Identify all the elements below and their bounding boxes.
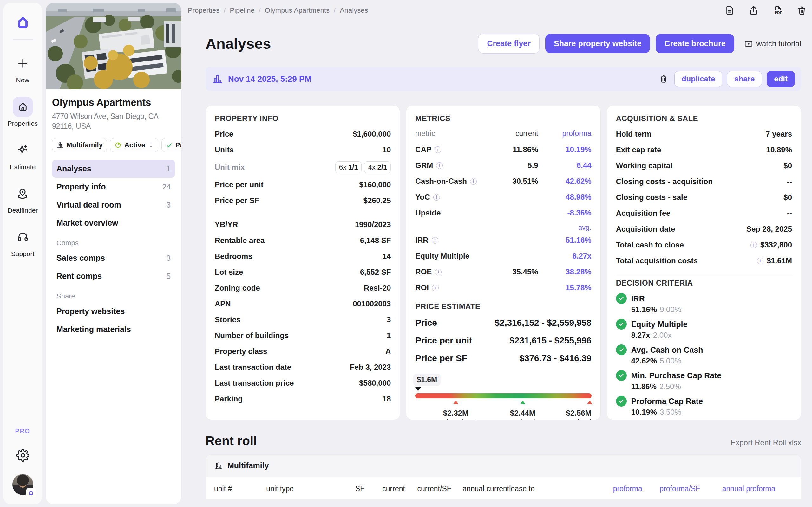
price-gauge: $1.6M $2.32M underpriced bbox=[415, 393, 591, 420]
info-icon[interactable] bbox=[432, 237, 438, 244]
type-badge: Multifamily bbox=[52, 138, 107, 152]
info-icon[interactable] bbox=[757, 258, 763, 264]
metric-row: Equity Multiple 8.27x bbox=[415, 248, 591, 264]
settings-gear-icon[interactable] bbox=[16, 449, 30, 462]
share-button[interactable]: share bbox=[727, 71, 762, 87]
export-rent-roll-link[interactable]: Export Rent Roll xlsx bbox=[730, 438, 801, 447]
building-icon bbox=[214, 461, 223, 470]
duplicate-button[interactable]: duplicate bbox=[674, 71, 722, 87]
info-icon[interactable] bbox=[435, 269, 442, 275]
info-icon[interactable] bbox=[432, 285, 439, 291]
price-estimate-row: Price per unit $231,615 - $255,996 bbox=[415, 332, 591, 349]
price-estimate-row: Price per SF $376.73 - $416.39 bbox=[415, 349, 591, 367]
property-info-row: Stories 3 bbox=[215, 312, 391, 328]
divider bbox=[616, 274, 792, 274]
price-marker-label: $2.32M underpriced bbox=[436, 409, 476, 420]
price-estimate-title: PRICE ESTIMATE bbox=[415, 302, 591, 311]
criteria-item: Avg. Cash on Cash 42.62%5.00% bbox=[616, 344, 792, 365]
property-info-row: YB/YR 1990/2023 bbox=[215, 217, 391, 233]
sidebar-menu-item[interactable]: Marketing materials bbox=[52, 320, 175, 338]
map-pin-icon bbox=[12, 183, 33, 204]
chart-icon bbox=[212, 73, 223, 84]
property-photo bbox=[46, 3, 182, 89]
user-avatar[interactable] bbox=[12, 474, 33, 495]
property-sidebar: Olympus Apartments 4770 Wilson Ave, San … bbox=[45, 3, 182, 504]
edit-button[interactable]: edit bbox=[767, 71, 795, 87]
rail-item-support[interactable]: Support bbox=[11, 227, 35, 258]
export-icon[interactable] bbox=[748, 5, 759, 16]
svg-text:PDF: PDF bbox=[775, 11, 782, 14]
main-content: PropertiesPipelineOlympus ApartmentsAnal… bbox=[188, 0, 807, 507]
headset-icon bbox=[13, 227, 33, 247]
unit-mix-pill: 4x2/1 bbox=[364, 161, 391, 173]
column-header: annual current bbox=[451, 485, 509, 493]
metric-row: IRR 51.16% bbox=[415, 232, 591, 248]
metric-row: Cash-on-Cash 30.51% 42.62% bbox=[415, 173, 591, 189]
info-icon[interactable] bbox=[470, 178, 477, 185]
price-estimate-row: Price $2,316,152 - $2,559,958 bbox=[415, 314, 591, 332]
page-title: Analyses bbox=[206, 35, 271, 52]
acquisition-row: Acquisition date Sep 28, 2025 bbox=[616, 221, 792, 237]
document-icon[interactable] bbox=[724, 5, 735, 16]
breadcrumb-item[interactable]: Pipeline bbox=[230, 6, 264, 14]
rail-item-properties[interactable]: Properties bbox=[8, 97, 38, 127]
acquisition-row: Exit cap rate 10.89% bbox=[616, 142, 792, 158]
info-icon[interactable] bbox=[435, 147, 441, 153]
acquisition-row: Total cash to close $332,800 bbox=[616, 237, 792, 253]
acquisition-row: Hold term 7 years bbox=[616, 126, 792, 142]
rail-item-new[interactable]: New bbox=[13, 53, 33, 84]
check-circle-icon bbox=[616, 293, 627, 304]
info-icon[interactable] bbox=[436, 162, 443, 169]
criteria-item: Proforma Cap Rate 10.19%3.50% bbox=[616, 396, 792, 417]
property-info-row: Last transaction date Feb 3, 2023 bbox=[215, 359, 391, 375]
acquisition-title: ACQUISITION & SALE bbox=[616, 114, 792, 123]
analysis-row[interactable]: Nov 14 2025, 5:29 PM duplicate share edi… bbox=[206, 67, 801, 91]
sidebar-menu-item[interactable]: Market overview bbox=[52, 214, 175, 232]
info-icon[interactable] bbox=[433, 194, 440, 201]
sidebar-menu-item[interactable]: Analyses1 bbox=[52, 160, 175, 178]
unit-mix-pill: 6x1/1 bbox=[335, 161, 362, 173]
sidebar-menu-item[interactable]: Property info24 bbox=[52, 178, 175, 196]
chevron-updown-icon bbox=[148, 142, 154, 148]
delete-analysis-icon[interactable] bbox=[659, 74, 668, 83]
rail-divider bbox=[13, 39, 33, 40]
criteria-item: IRR 51.16%9.00% bbox=[616, 293, 792, 314]
column-header: proforma bbox=[567, 485, 642, 493]
page-actions: PDF bbox=[724, 5, 807, 16]
plus-icon bbox=[13, 53, 33, 73]
sidebar-menu-item[interactable]: Virtual deal room3 bbox=[52, 196, 175, 214]
breadcrumb: PropertiesPipelineOlympus ApartmentsAnal… bbox=[188, 6, 368, 14]
create-brochure-button[interactable]: Create brochure bbox=[656, 34, 734, 53]
rail-item-dealfinder[interactable]: Dealfinder bbox=[8, 183, 38, 214]
check-circle-icon bbox=[616, 319, 627, 330]
column-header: current bbox=[364, 485, 405, 493]
metric-row: ROE 35.45% 38.28% bbox=[415, 264, 591, 280]
app-logo[interactable] bbox=[14, 13, 32, 32]
trash-icon[interactable] bbox=[797, 5, 807, 16]
breadcrumb-item[interactable]: Properties bbox=[188, 6, 230, 14]
metric-row: CAP 11.86% 10.19% bbox=[415, 142, 591, 158]
sidebar-menu-item[interactable]: Rent comps5 bbox=[52, 267, 175, 285]
column-header: SF bbox=[330, 485, 364, 493]
breadcrumb-item[interactable]: Analyses bbox=[340, 6, 368, 14]
metrics-title: METRICS bbox=[415, 114, 591, 123]
pdf-icon[interactable]: PDF bbox=[772, 5, 783, 16]
watch-tutorial-link[interactable]: watch tutorial bbox=[744, 39, 801, 49]
rent-roll-column-headers: unit # unit type SF current current/SF a… bbox=[206, 476, 801, 499]
nav-rail: New Properties Estimate bbox=[3, 3, 42, 504]
breadcrumb-item[interactable]: Olympus Apartments bbox=[265, 6, 340, 14]
status-badge[interactable]: Active bbox=[110, 138, 158, 152]
sidebar-menu-item[interactable]: Sales comps3 bbox=[52, 249, 175, 267]
pro-badge: PRO bbox=[15, 428, 31, 435]
rail-item-estimate[interactable]: Estimate bbox=[10, 140, 36, 171]
property-info-row: Zoning code Resi-20 bbox=[215, 280, 391, 296]
current-price-marker bbox=[415, 387, 421, 391]
info-icon[interactable] bbox=[751, 242, 757, 248]
sidebar-menu-item[interactable]: Property websites bbox=[52, 302, 175, 320]
price-marker-label: $2.56M overpriced bbox=[556, 409, 592, 420]
criteria-item: Min. Purchase Cap Rate 11.86%2.50% bbox=[616, 370, 792, 391]
create-flyer-button[interactable]: Create flyer bbox=[478, 34, 540, 54]
property-info-row: Units 10 bbox=[215, 142, 391, 158]
share-property-website-button[interactable]: Share property website bbox=[545, 34, 650, 53]
column-header: unit type bbox=[266, 485, 330, 493]
